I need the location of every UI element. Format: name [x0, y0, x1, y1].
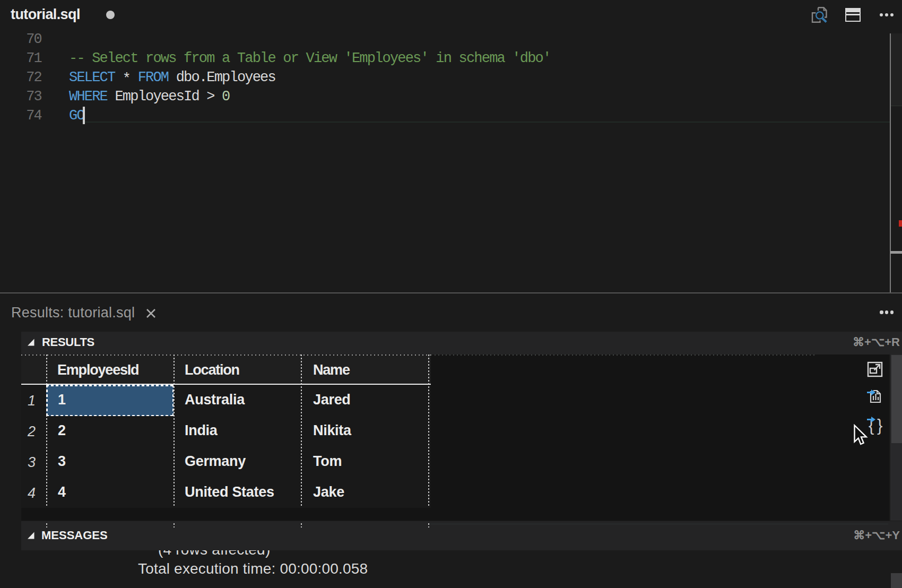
svg-text:}: } [877, 416, 882, 435]
